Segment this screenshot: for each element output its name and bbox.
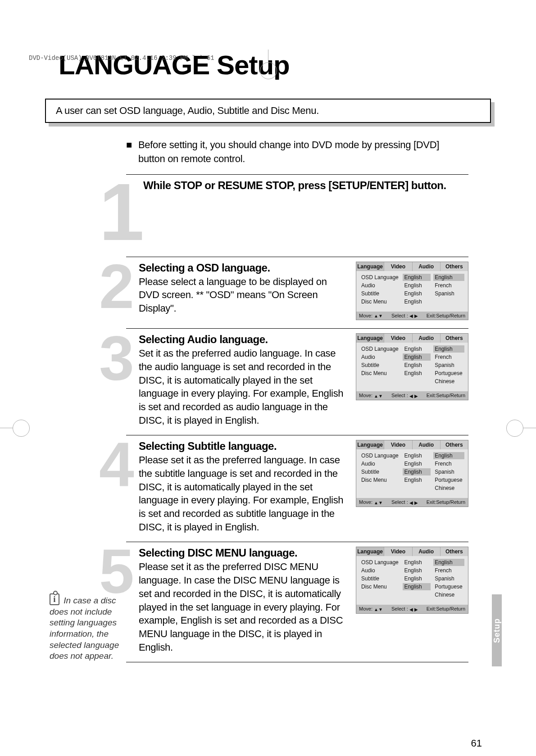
- osd-row-label: Audio: [360, 353, 400, 361]
- osd-option[interactable]: Portuguese: [433, 370, 464, 377]
- osd-footer: Move: ▲▼Select : ◀ ▶Exit:Setup/Return: [356, 391, 468, 400]
- osd-option[interactable]: English: [433, 452, 464, 459]
- osd-row-label: Disc Menu: [360, 583, 400, 590]
- osd-row-value[interactable]: English: [403, 282, 431, 289]
- osd-tab-language[interactable]: Language: [356, 547, 384, 556]
- osd-tab-audio[interactable]: Audio: [413, 334, 441, 343]
- osd-row-value[interactable]: English: [403, 559, 431, 566]
- step-number-4: 4: [99, 436, 126, 534]
- osd-row-value[interactable]: English: [403, 583, 431, 590]
- side-note: i In case a disc does not include settin…: [50, 593, 122, 662]
- osd-tab-video[interactable]: Video: [384, 547, 412, 556]
- osd-row-value[interactable]: English: [403, 370, 431, 377]
- osd-tabs: LanguageVideoAudioOthers: [356, 262, 468, 271]
- osd-option[interactable]: Chinese: [433, 484, 464, 492]
- osd-option[interactable]: French: [433, 567, 464, 574]
- divider: [126, 328, 468, 329]
- osd-option[interactable]: English: [433, 345, 464, 353]
- osd-option[interactable]: Portuguese: [433, 583, 464, 590]
- osd-row-value[interactable]: English: [403, 353, 431, 361]
- osd-foot-select: Select : ◀ ▶: [391, 606, 418, 612]
- osd-option[interactable]: Spanish: [433, 468, 464, 475]
- osd-foot-exit: Exit:Setup/Return: [427, 606, 465, 612]
- osd-tab-audio[interactable]: Audio: [413, 547, 441, 556]
- osd-option[interactable]: Spanish: [433, 575, 464, 582]
- osd-row-label: OSD Language: [360, 274, 400, 281]
- osd-row-value[interactable]: English: [403, 468, 431, 475]
- osd-foot-move: Move: ▲▼: [359, 393, 383, 398]
- crop-mark-right: [523, 428, 536, 428]
- step-text: Please select a language to be displayed…: [139, 275, 347, 315]
- osd-row-label: Audio: [360, 567, 400, 574]
- osd-option[interactable]: English: [433, 559, 464, 566]
- step-subheading: Selecting Subtitle language.: [139, 440, 347, 453]
- osd-row-value[interactable]: English: [403, 298, 431, 305]
- osd-row-value[interactable]: English: [403, 274, 431, 281]
- info-icon: i: [50, 593, 59, 605]
- step-2: 2Selecting a OSD language.Please select …: [126, 262, 468, 321]
- osd-row-value[interactable]: English: [403, 460, 431, 467]
- osd-row-value[interactable]: English: [403, 575, 431, 582]
- square-bullet-icon: ■: [126, 138, 132, 166]
- osd-footer: Move: ▲▼Select : ◀ ▶Exit:Setup/Return: [356, 312, 468, 320]
- osd-row-value[interactable]: English: [403, 452, 431, 459]
- title-sub: Setup: [217, 50, 290, 80]
- osd-tab-audio[interactable]: Audio: [413, 262, 441, 271]
- osd-foot-select: Select : ◀ ▶: [391, 499, 418, 505]
- osd-tab-others[interactable]: Others: [441, 334, 468, 343]
- osd-row-label: OSD Language: [360, 559, 400, 566]
- osd-tab-others[interactable]: Others: [441, 547, 468, 556]
- osd-row-label: Disc Menu: [360, 298, 400, 305]
- osd-foot-move: Move: ▲▼: [359, 499, 383, 505]
- osd-option[interactable]: French: [433, 460, 464, 467]
- osd-foot-move: Move: ▲▼: [359, 313, 383, 319]
- osd-row-label: Subtitle: [360, 290, 400, 297]
- osd-tab-video[interactable]: Video: [384, 334, 412, 343]
- step-text: Set it as the preferred audio language. …: [139, 347, 347, 427]
- osd-row-value[interactable]: English: [403, 345, 431, 353]
- step-subheading: Selecting DISC MENU language.: [139, 547, 347, 559]
- step-text: Please set it as the preferred language.…: [139, 453, 347, 534]
- osd-footer: Move: ▲▼Select : ◀ ▶Exit:Setup/Return: [356, 498, 468, 507]
- osd-tab-others[interactable]: Others: [441, 440, 468, 449]
- step-number-3: 3: [99, 330, 126, 427]
- osd-foot-exit: Exit:Setup/Return: [427, 313, 465, 319]
- osd-tab-language[interactable]: Language: [356, 440, 384, 449]
- osd-option[interactable]: French: [433, 353, 464, 361]
- osd-option[interactable]: Spanish: [433, 362, 464, 369]
- osd-row-value[interactable]: English: [403, 290, 431, 297]
- osd-tab-audio[interactable]: Audio: [413, 440, 441, 449]
- osd-option[interactable]: Chinese: [433, 378, 464, 385]
- osd-menu-4: LanguageVideoAudioOthersOSD LanguageAudi…: [356, 440, 468, 507]
- intro-box: A user can set OSD language, Audio, Subt…: [45, 99, 491, 123]
- step-text: Please set it as the preferred DISC MENU…: [139, 560, 347, 654]
- divider: [126, 542, 468, 542]
- osd-tabs: LanguageVideoAudioOthers: [356, 334, 468, 343]
- osd-option[interactable]: Spanish: [433, 290, 464, 297]
- osd-menu-2: LanguageVideoAudioOthersOSD LanguageAudi…: [356, 262, 468, 321]
- osd-row-value[interactable]: English: [403, 567, 431, 574]
- osd-row-label: Disc Menu: [360, 370, 400, 377]
- osd-row-label: Subtitle: [360, 468, 400, 475]
- osd-row-label: Subtitle: [360, 575, 400, 582]
- osd-tab-video[interactable]: Video: [384, 440, 412, 449]
- osd-row-value[interactable]: English: [403, 476, 431, 484]
- pre-note-text: Before setting it, you should change int…: [138, 138, 468, 166]
- osd-tab-language[interactable]: Language: [356, 334, 384, 343]
- osd-option[interactable]: English: [433, 274, 464, 281]
- osd-footer: Move: ▲▼Select : ◀ ▶Exit:Setup/Return: [356, 605, 468, 613]
- step-3: 3Selecting Audio language.Set it as the …: [126, 333, 468, 427]
- osd-foot-select: Select : ◀ ▶: [391, 393, 418, 398]
- osd-menu-5: LanguageVideoAudioOthersOSD LanguageAudi…: [356, 547, 468, 614]
- section-tab-setup: Setup: [492, 594, 502, 666]
- osd-tab-video[interactable]: Video: [384, 262, 412, 271]
- osd-tab-others[interactable]: Others: [441, 262, 468, 271]
- osd-option[interactable]: French: [433, 282, 464, 289]
- osd-option[interactable]: Chinese: [433, 591, 464, 598]
- print-header: DVD-Video(USA)_DV6T811N-LT 02.4.16 2:39 …: [29, 54, 214, 62]
- osd-row-value[interactable]: English: [403, 362, 431, 369]
- osd-row-label: OSD Language: [360, 345, 400, 353]
- step-subheading: Selecting Audio language.: [139, 333, 347, 346]
- osd-option[interactable]: Portuguese: [433, 476, 464, 484]
- osd-tab-language[interactable]: Language: [356, 262, 384, 271]
